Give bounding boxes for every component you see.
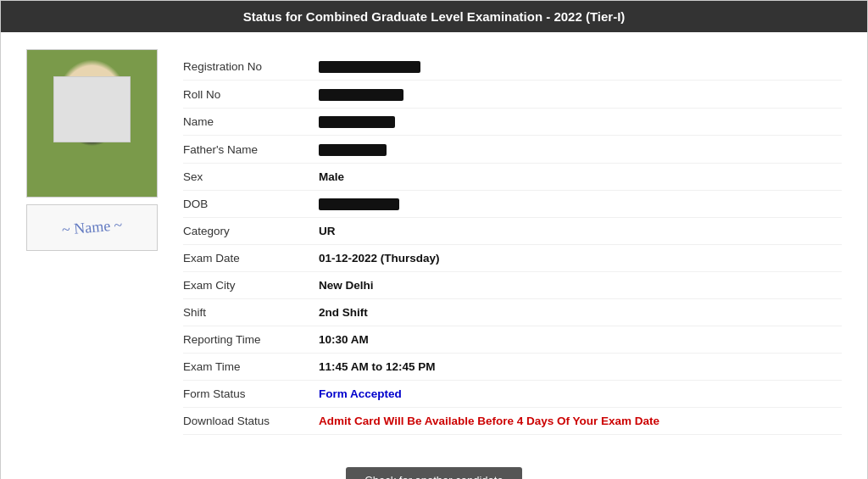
info-row: CategoryUR bbox=[183, 218, 842, 245]
info-value: Form Accepted bbox=[319, 387, 842, 400]
info-label: Father's Name bbox=[183, 143, 319, 156]
info-label: Exam City bbox=[183, 279, 319, 292]
info-value: 11:45 AM to 12:45 PM bbox=[319, 360, 842, 373]
info-label: Form Status bbox=[183, 387, 319, 400]
info-value: REDACTED_NAME bbox=[319, 115, 842, 128]
info-row: NameREDACTED_NAME bbox=[183, 109, 842, 136]
info-value: REDACTED_DOB bbox=[319, 198, 842, 210]
info-label: Shift bbox=[183, 306, 319, 319]
info-value: New Delhi bbox=[319, 279, 842, 292]
info-row: SexMale bbox=[183, 164, 842, 191]
signature-simulation: ~ Name ~ bbox=[61, 216, 123, 239]
info-value: Male bbox=[319, 170, 842, 183]
info-label: Name bbox=[183, 115, 319, 128]
info-label: Roll No bbox=[183, 88, 319, 101]
info-value: Admit Card Will Be Available Before 4 Da… bbox=[319, 415, 842, 427]
info-row: Download StatusAdmit Card Will Be Availa… bbox=[183, 408, 842, 435]
button-row: Check for another candidate bbox=[1, 452, 867, 479]
info-label: DOB bbox=[183, 198, 319, 210]
check-another-button[interactable]: Check for another candidate bbox=[346, 467, 521, 479]
info-row: Shift2nd Shift bbox=[183, 299, 842, 326]
header-title: Status for Combined Graduate Level Exami… bbox=[243, 9, 626, 24]
info-row: Registration NoREDACTED_REG bbox=[183, 53, 842, 81]
main-container: Status for Combined Graduate Level Exami… bbox=[0, 0, 868, 479]
info-label: Exam Time bbox=[183, 360, 319, 373]
info-label: Category bbox=[183, 225, 319, 237]
page-header: Status for Combined Graduate Level Exami… bbox=[1, 1, 867, 32]
photo-simulation bbox=[27, 50, 157, 197]
info-value: REDACTED_FATHER bbox=[319, 142, 842, 155]
content-area: ~ Name ~ Registration NoREDACTED_REGRoll… bbox=[1, 32, 867, 452]
info-value: 2nd Shift bbox=[319, 306, 842, 319]
info-label: Registration No bbox=[183, 60, 319, 73]
info-label: Download Status bbox=[183, 415, 319, 427]
info-row: Reporting Time10:30 AM bbox=[183, 326, 842, 354]
info-section: Registration NoREDACTED_REGRoll NoREDACT… bbox=[183, 49, 842, 435]
info-value: 10:30 AM bbox=[319, 333, 842, 346]
info-value: 01-12-2022 (Thursday) bbox=[319, 252, 842, 265]
info-row: Father's NameREDACTED_FATHER bbox=[183, 136, 842, 163]
info-label: Reporting Time bbox=[183, 333, 319, 346]
candidate-photo bbox=[26, 49, 158, 198]
candidate-signature: ~ Name ~ bbox=[26, 204, 158, 251]
info-row: Form StatusForm Accepted bbox=[183, 381, 842, 408]
info-row: Exam Date01-12-2022 (Thursday) bbox=[183, 245, 842, 272]
info-value: UR bbox=[319, 225, 842, 237]
photo-section: ~ Name ~ bbox=[26, 49, 158, 435]
info-row: Exam Time11:45 AM to 12:45 PM bbox=[183, 354, 842, 381]
info-row: Roll NoREDACTED_ROLL bbox=[183, 81, 842, 108]
info-row: DOBREDACTED_DOB bbox=[183, 191, 842, 218]
info-label: Exam Date bbox=[183, 252, 319, 265]
info-label: Sex bbox=[183, 170, 319, 183]
info-value: REDACTED_ROLL bbox=[319, 87, 842, 100]
info-row: Exam CityNew Delhi bbox=[183, 272, 842, 299]
face-redaction bbox=[53, 76, 131, 142]
info-value: REDACTED_REG bbox=[319, 60, 842, 73]
